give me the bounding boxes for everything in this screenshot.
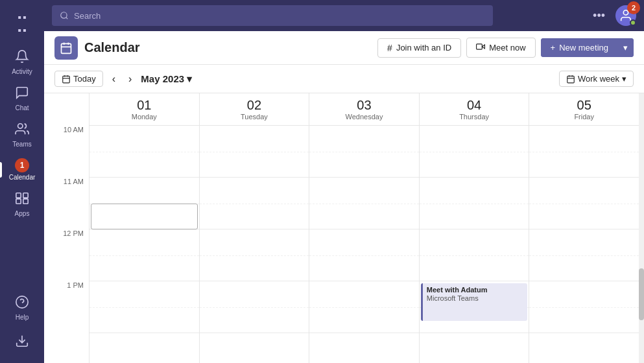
svg-rect-1 xyxy=(16,193,21,198)
day-num-thursday: 04 xyxy=(467,98,481,113)
sidebar-item-download[interactable] xyxy=(12,329,32,358)
day-slots-monday[interactable] xyxy=(89,126,199,363)
view-label: Work week xyxy=(578,74,619,84)
hour-line xyxy=(420,178,529,229)
calendar-today-icon xyxy=(62,75,71,84)
calendar-title: Calendar xyxy=(54,36,140,60)
month-selector[interactable]: May 2023 ▾ xyxy=(141,73,192,85)
svg-rect-11 xyxy=(62,43,71,53)
svg-rect-21 xyxy=(567,76,575,83)
hour-line xyxy=(529,229,639,281)
next-button[interactable]: › xyxy=(125,71,136,88)
activity-icon xyxy=(15,49,29,67)
scroll-thumb[interactable] xyxy=(639,268,644,320)
sidebar: ▪▪ ▪▪ Activity Chat T xyxy=(0,0,44,363)
day-slots-thursday[interactable]: Meet with Adatum Microsoft Teams xyxy=(420,126,529,363)
svg-rect-16 xyxy=(477,44,483,49)
teams-label: Teams xyxy=(12,141,31,148)
day-num-tuesday: 02 xyxy=(247,98,261,113)
hour-line xyxy=(200,229,309,281)
calendar-grid: 10 AM 11 AM 12 PM 1 PM 01 Monday xyxy=(44,93,644,363)
days-container: 01 Monday 02 T xyxy=(89,93,639,363)
calendar-icon-box xyxy=(54,36,78,60)
hour-line xyxy=(89,229,199,281)
day-name-tuesday: Tuesday xyxy=(241,113,268,121)
main-content: Search ••• 2 xyxy=(44,0,644,363)
day-name-monday: Monday xyxy=(132,113,157,121)
sidebar-item-help[interactable]: Help xyxy=(12,290,32,326)
sidebar-item-apps[interactable]: Apps xyxy=(0,186,44,222)
search-placeholder: Search xyxy=(74,11,101,21)
topbar-right: ••• 2 xyxy=(590,5,636,26)
today-label: Today xyxy=(73,74,96,84)
sidebar-item-apps-grid[interactable]: ▪▪ ▪▪ xyxy=(0,5,44,41)
time-slot-12pm: 12 PM xyxy=(44,229,89,281)
event-block-adatum[interactable]: Meet with Adatum Microsoft Teams xyxy=(421,283,528,321)
notification-badge: 2 xyxy=(627,1,640,14)
month-year-label: May 2023 xyxy=(141,73,184,84)
activity-label: Activity xyxy=(12,68,32,75)
svg-rect-3 xyxy=(16,199,21,204)
topbar: Search ••• 2 xyxy=(44,0,644,31)
day-header-friday: 05 Friday xyxy=(529,93,639,126)
day-slots-wednesday[interactable] xyxy=(309,126,419,363)
teams-icon xyxy=(15,122,29,139)
sidebar-item-chat[interactable]: Chat xyxy=(0,80,44,117)
day-header-thursday: 04 Thursday xyxy=(420,93,529,126)
new-meeting-button[interactable]: + New meeting xyxy=(541,38,617,57)
svg-rect-4 xyxy=(23,199,28,204)
calendar-header: Calendar # Join with an ID Meet now xyxy=(44,31,644,65)
view-selector[interactable]: Work week ▾ xyxy=(559,71,634,87)
hour-line xyxy=(200,281,309,333)
day-header-monday: 01 Monday xyxy=(89,93,199,126)
sidebar-item-teams[interactable]: Teams xyxy=(0,117,44,153)
chevron-down-icon: ▾ xyxy=(187,73,192,85)
svg-marker-15 xyxy=(482,45,484,49)
day-column-friday: 05 Friday xyxy=(529,93,639,363)
new-meeting-dropdown-button[interactable]: ▾ xyxy=(617,38,634,57)
calendar-label: Calendar xyxy=(9,174,36,181)
online-status-dot xyxy=(630,19,636,26)
day-num-monday: 01 xyxy=(137,98,151,113)
hour-line xyxy=(529,126,639,178)
hour-line xyxy=(420,126,529,178)
download-icon xyxy=(15,334,29,351)
prev-button[interactable]: ‹ xyxy=(108,71,119,88)
hour-line xyxy=(89,281,199,333)
calendar-badge: 1 xyxy=(15,158,29,172)
time-column: 10 AM 11 AM 12 PM 1 PM xyxy=(44,93,89,363)
empty-event-block[interactable] xyxy=(91,204,198,229)
time-slot-1pm: 1 PM xyxy=(44,281,89,333)
chevron-down-icon: ▾ xyxy=(623,43,628,53)
sidebar-item-calendar[interactable]: 1 Calendar xyxy=(0,153,44,186)
day-column-tuesday: 02 Tuesday xyxy=(200,93,310,363)
event-title: Meet with Adatum xyxy=(427,286,524,294)
hour-line xyxy=(309,281,419,333)
view-chevron-icon: ▾ xyxy=(622,74,626,84)
svg-point-5 xyxy=(16,296,28,308)
hour-line xyxy=(420,229,529,281)
scroll-track[interactable] xyxy=(639,93,644,363)
svg-line-9 xyxy=(66,18,68,19)
apps-grid-icon: ▪▪ ▪▪ xyxy=(18,12,26,36)
svg-point-0 xyxy=(18,124,23,128)
hour-line xyxy=(309,126,419,178)
calendar-container: Calendar # Join with an ID Meet now xyxy=(44,31,644,363)
plus-icon: + xyxy=(551,43,556,53)
calendar-nav: Today ‹ › May 2023 ▾ Work week ▾ xyxy=(44,65,644,93)
video-icon xyxy=(476,42,485,53)
help-label: Help xyxy=(16,314,29,321)
event-subtitle: Microsoft Teams xyxy=(427,294,524,302)
new-meeting-split-button: + New meeting ▾ xyxy=(541,38,634,57)
hour-line xyxy=(200,178,309,229)
day-slots-friday[interactable] xyxy=(529,126,639,363)
chat-label: Chat xyxy=(15,104,29,111)
day-slots-tuesday[interactable] xyxy=(200,126,309,363)
time-slot-10am: 10 AM xyxy=(44,126,89,178)
join-with-id-button[interactable]: # Join with an ID xyxy=(377,38,461,58)
more-options-button[interactable]: ••• xyxy=(590,6,608,25)
meet-now-button[interactable]: Meet now xyxy=(466,38,535,58)
today-button[interactable]: Today xyxy=(54,71,103,87)
search-box[interactable]: Search xyxy=(52,5,493,26)
sidebar-item-activity[interactable]: Activity xyxy=(0,44,44,80)
